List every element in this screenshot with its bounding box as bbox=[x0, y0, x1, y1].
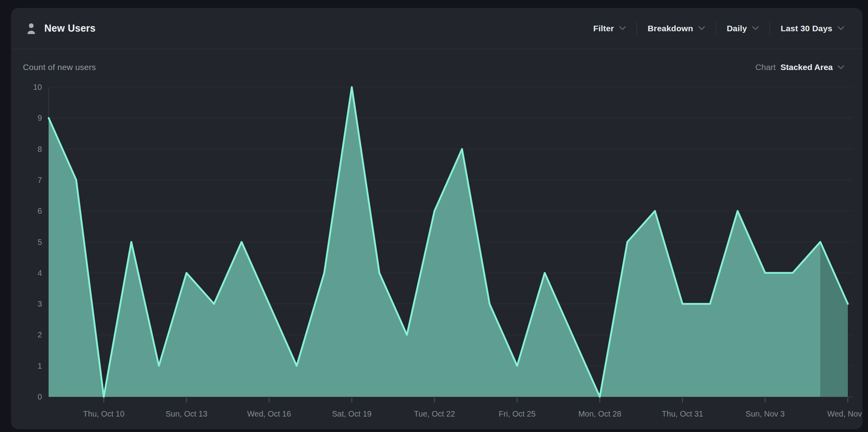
svg-text:6: 6 bbox=[38, 207, 42, 215]
svg-text:Wed, Oct 16: Wed, Oct 16 bbox=[247, 409, 291, 418]
svg-text:Thu, Oct 10: Thu, Oct 10 bbox=[83, 409, 125, 418]
svg-text:7: 7 bbox=[38, 176, 42, 184]
x-axis-labels: Thu, Oct 10Sun, Oct 13Wed, Oct 16Sat, Oc… bbox=[83, 409, 862, 418]
svg-text:4: 4 bbox=[38, 269, 42, 277]
svg-text:2: 2 bbox=[38, 330, 42, 339]
svg-text:Fri, Oct 25: Fri, Oct 25 bbox=[498, 409, 535, 418]
new-users-card: New Users Filter Breakdown Daily Last 30… bbox=[11, 8, 862, 429]
svg-text:Wed, Nov 6: Wed, Nov 6 bbox=[827, 409, 862, 418]
svg-text:5: 5 bbox=[38, 238, 42, 246]
svg-text:3: 3 bbox=[38, 299, 42, 308]
area-highlight bbox=[820, 242, 848, 397]
svg-text:Sun, Nov 3: Sun, Nov 3 bbox=[746, 409, 785, 418]
axis-ticks bbox=[104, 398, 848, 402]
svg-text:1: 1 bbox=[38, 362, 42, 370]
svg-text:Sat, Oct 19: Sat, Oct 19 bbox=[332, 409, 371, 418]
svg-text:8: 8 bbox=[38, 145, 42, 153]
svg-text:Tue, Oct 22: Tue, Oct 22 bbox=[414, 409, 455, 418]
svg-text:9: 9 bbox=[38, 114, 42, 122]
svg-text:Sun, Oct 13: Sun, Oct 13 bbox=[165, 409, 207, 418]
area-chart-canvas[interactable]: 012345678910 Thu, Oct 10Sun, Oct 13Wed, … bbox=[11, 8, 862, 429]
svg-text:Thu, Oct 31: Thu, Oct 31 bbox=[662, 409, 703, 418]
svg-text:10: 10 bbox=[33, 83, 42, 91]
svg-text:Mon, Oct 28: Mon, Oct 28 bbox=[578, 409, 622, 418]
y-axis-labels: 012345678910 bbox=[33, 83, 42, 401]
svg-text:0: 0 bbox=[38, 392, 42, 401]
